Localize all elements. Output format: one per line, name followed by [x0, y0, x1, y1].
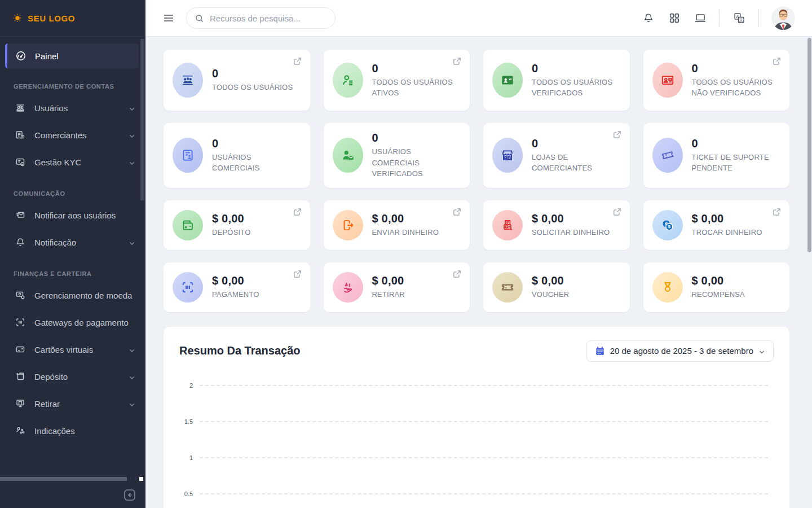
user-avatar[interactable]: [771, 6, 795, 30]
stat-card-retirar[interactable]: $ 0,00RETIRAR: [324, 262, 470, 312]
stat-label: TODOS OS USUÁRIOS VERIFICADOS: [532, 77, 621, 99]
chevron-down-icon: [129, 400, 135, 407]
sidebar-item-retirar[interactable]: Retirar: [0, 390, 145, 417]
sidebar-item-notificar-aos-usuarios[interactable]: Notificar aos usuários: [0, 202, 145, 229]
topbar-divider: [758, 10, 759, 27]
menu-toggle-button[interactable]: [162, 12, 175, 24]
stat-label: TICKET DE SUPORTE PENDENTE: [692, 152, 781, 174]
id-card-unverified-icon: [652, 63, 683, 98]
sidebar-item-label: Notificação: [34, 238, 120, 247]
sidebar-item-usuarios[interactable]: Usuários: [0, 94, 145, 121]
search-input[interactable]: [210, 14, 327, 23]
stat-card-todos-os-usuarios[interactable]: 0TODOS OS USUÁRIOS: [164, 50, 310, 111]
stat-card-ticket-de-suporte-pendente[interactable]: 0TICKET DE SUPORTE PENDENTE: [643, 123, 790, 188]
chevron-down-icon: [758, 348, 765, 354]
merchants-icon: [15, 129, 26, 141]
sidebar-item-gestao-kyc[interactable]: Gestão KYC: [0, 148, 145, 176]
sidebar-horizontal-scrollbar[interactable]: [0, 477, 127, 481]
send-money-icon: [333, 210, 363, 240]
stat-value: $ 0,00: [532, 212, 610, 225]
gridline: [200, 457, 768, 458]
svg-text:文: 文: [739, 17, 743, 23]
translate-icon[interactable]: A文: [732, 11, 746, 25]
sidebar-item-label: Depósito: [34, 372, 120, 382]
user-active-icon: [333, 63, 363, 98]
sidebar-item-label: Gerenciamento de moeda: [34, 291, 135, 300]
stat-card-usuarios-comerciais[interactable]: 0USUÁRIOS COMERCIAIS: [164, 123, 310, 188]
apps-grid-icon[interactable]: [668, 11, 681, 25]
sidebar-section-title: FINANÇAS E CARTEIRA: [14, 270, 145, 277]
stat-label: RETIRAR: [372, 289, 405, 300]
sidebar-item-label: Cartões virtuais: [34, 345, 120, 354]
chevron-down-icon: [129, 373, 135, 380]
stat-card-usuarios-comerciais-verificados[interactable]: 0USUÁRIOS COMERCIAIS VERIFICADOS: [324, 123, 470, 188]
stat-card-trocar-dinheiro[interactable]: €$ $ 0,00TROCAR DINHEIRO: [643, 200, 790, 250]
stat-card-deposito[interactable]: $ 0,00DEPÓSITO: [164, 200, 310, 250]
y-axis-tick: 1: [179, 454, 200, 461]
voucher-icon: [492, 272, 523, 303]
stat-card-usuarios-ativos[interactable]: 0TODOS OS USUÁRIOS ATIVOS: [324, 50, 470, 111]
stat-value: $ 0,00: [212, 212, 251, 225]
stat-card-lojas-de-comerciantes[interactable]: 0LOJAS DE COMERCIANTES: [483, 123, 630, 188]
logo[interactable]: SEU LOGO: [0, 0, 145, 37]
y-axis-tick: 0.5: [179, 491, 200, 497]
stat-label: USUÁRIOS COMERCIAIS VERIFICADOS: [372, 146, 461, 179]
date-range-value: 20 de agosto de 2025 - 3 de setembro: [610, 346, 753, 356]
stat-card-recompensa[interactable]: $ 0,00RECOMPENSA: [643, 262, 790, 312]
stat-card-voucher[interactable]: $ 0,00VOUCHER: [483, 262, 630, 312]
sidebar-item-gerenciamento-de-moeda[interactable]: Gerenciamento de moeda: [0, 282, 145, 309]
external-link-icon[interactable]: [293, 56, 302, 66]
external-link-icon[interactable]: [452, 56, 462, 66]
sidebar-footer: [0, 482, 145, 508]
send-mail-icon: [15, 209, 26, 221]
sidebar-item-label: Usuários: [34, 103, 120, 113]
notifications-bell-icon[interactable]: [642, 11, 655, 25]
sidebar-vertical-scrollbar[interactable]: [140, 39, 144, 200]
stat-card-pagamento[interactable]: $ 0,00PAGAMENTO: [164, 262, 310, 312]
sidebar-item-notificacao[interactable]: Notificação: [0, 229, 145, 256]
withdraw-hand-icon: [333, 272, 363, 303]
laptop-icon[interactable]: [694, 11, 707, 25]
chart-gridline-row: 2: [179, 382, 768, 389]
gauge-icon: [15, 50, 27, 62]
main-panel: 0TODOS OS USUÁRIOS 0TODOS OS USUÁRIOS AT…: [145, 37, 812, 508]
page-vertical-scrollbar[interactable]: [807, 38, 811, 252]
search-box: [186, 7, 336, 29]
external-link-icon[interactable]: [772, 207, 782, 217]
stat-card-usuarios-verificados[interactable]: 0TODOS OS USUÁRIOS VERIFICADOS: [483, 50, 630, 111]
sidebar-collapse-button[interactable]: [123, 488, 136, 502]
sidebar-item-cartoes-virtuais[interactable]: Cartões virtuais: [0, 336, 145, 363]
chart-gridline-row: 0.5: [179, 491, 768, 497]
stat-card-enviar-dinheiro[interactable]: $ 0,00ENVIAR DINHEIRO: [324, 200, 470, 250]
chevron-down-icon: [129, 104, 135, 111]
stat-card-usuarios-nao-verificados[interactable]: 0TODOS OS USUÁRIOS NÃO VERIFICADOS: [643, 50, 790, 111]
topbar-actions: A文: [642, 6, 795, 30]
sidebar-item-painel[interactable]: Painel: [5, 43, 139, 68]
external-link-icon[interactable]: [612, 207, 622, 217]
stat-value: 0: [372, 132, 461, 144]
stat-label: LOJAS DE COMERCIANTES: [532, 152, 621, 174]
chart-gridline-row: 1: [179, 454, 768, 461]
chevron-down-icon: [129, 159, 135, 165]
stat-label: TODOS OS USUÁRIOS ATIVOS: [372, 77, 461, 99]
external-link-icon[interactable]: [293, 269, 302, 279]
y-axis-tick: 2: [179, 382, 200, 389]
sidebar-item-label: Notificar aos usuários: [34, 211, 135, 220]
stat-card-solicitar-dinheiro[interactable]: $ 0,00SOLICITAR DINHEIRO: [483, 200, 630, 250]
stat-value: 0: [212, 137, 301, 150]
external-link-icon[interactable]: [452, 207, 462, 217]
sidebar-item-deposito[interactable]: Depósito: [0, 363, 145, 390]
sidebar-item-gateways-de-pagamento[interactable]: Gateways de pagamento: [0, 309, 145, 336]
sidebar-item-indicacoes[interactable]: Indicações: [0, 417, 145, 444]
date-range-picker[interactable]: 20 de agosto de 2025 - 3 de setembro: [586, 340, 774, 362]
external-link-icon[interactable]: [612, 130, 622, 139]
sidebar-item-label: Gestão KYC: [34, 157, 120, 167]
transaction-summary-card: Resumo Da Transação 20 de agosto de 2025…: [164, 327, 789, 508]
stat-label: RECOMPENSA: [692, 289, 745, 300]
external-link-icon[interactable]: [772, 56, 782, 66]
sidebar-item-comerciantes[interactable]: Comerciantes: [0, 121, 145, 148]
external-link-icon[interactable]: [293, 207, 302, 217]
chevron-down-icon: [129, 239, 135, 246]
external-link-icon[interactable]: [452, 269, 462, 279]
chevron-down-icon: [129, 346, 135, 353]
